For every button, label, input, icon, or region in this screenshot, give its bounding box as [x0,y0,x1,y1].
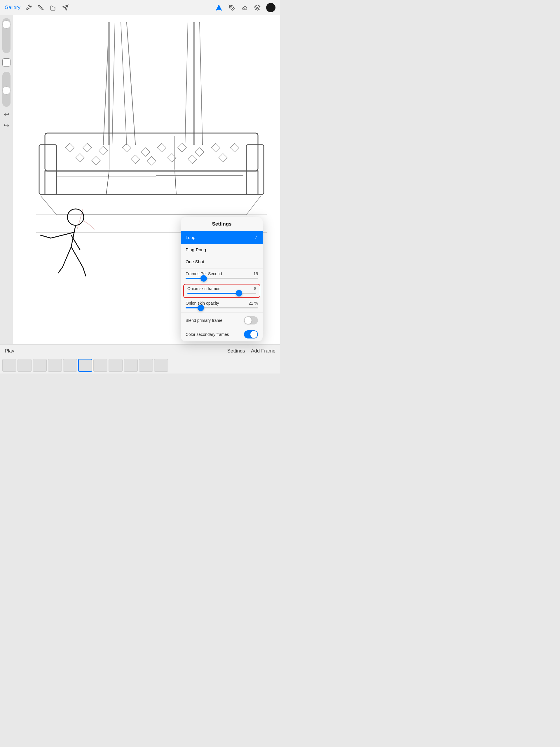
bottom-controls: Play Settings Add Frame [0,344,280,357]
color-secondary-label: Color secondary frames [185,332,229,337]
frame-thumb-1[interactable] [2,359,16,372]
avatar[interactable] [266,3,276,12]
play-button[interactable]: Play [5,348,14,354]
add-frame-button[interactable]: Add Frame [251,348,276,354]
top-toolbar: Gallery [0,0,280,15]
onion-opacity-value: 21 % [249,301,258,306]
settings-popup: Settings Loop ✓ Ping-Pong One Shot Frame… [181,217,263,341]
frame-thumb-8[interactable] [108,359,123,372]
onion-frames-label-row: Onion skin frames 8 [187,286,256,291]
size-slider[interactable] [2,72,10,107]
color-secondary-knob [250,331,257,338]
fps-track[interactable] [185,278,258,279]
frame-thumb-6[interactable] [78,359,92,372]
frame-thumb-10[interactable] [139,359,153,372]
loop-checkmark: ✓ [254,235,258,240]
blend-primary-label: Blend primary frame [185,318,222,323]
frame-thumb-11[interactable] [154,359,168,372]
onion-frames-fill [187,293,239,294]
onion-frames-knob[interactable] [236,290,242,297]
toolbar-left: Gallery [5,3,215,12]
opacity-slider[interactable] [2,18,10,53]
divider-1 [181,268,263,268]
ping-pong-option[interactable]: Ping-Pong [181,243,263,256]
smudge-icon[interactable] [49,3,57,12]
loop-label: Loop [185,235,195,240]
layer-checkbox[interactable] [2,58,10,67]
frame-thumb-9[interactable] [124,359,138,372]
onion-opacity-knob[interactable] [198,305,204,311]
settings-title: Settings [181,217,263,231]
onion-frames-track[interactable] [187,293,256,294]
settings-button[interactable]: Settings [227,348,245,354]
bottom-right-buttons: Settings Add Frame [227,348,276,354]
divider-2 [181,283,263,283]
onion-frames-value: 8 [254,286,256,291]
undo-button[interactable]: ↩ [4,111,9,118]
color-secondary-toggle[interactable] [244,330,258,338]
svg-rect-17 [108,22,110,145]
fps-knob[interactable] [201,275,207,282]
blend-primary-row: Blend primary frame [181,313,263,327]
bottom-bar: Play Settings Add Frame [0,344,280,374]
opacity-slider-knob [2,20,10,29]
loop-option[interactable]: Loop ✓ [181,231,263,243]
svg-rect-18 [193,22,195,145]
onion-frames-row: Onion skin frames 8 [184,284,260,297]
frame-thumb-7[interactable] [93,359,107,372]
layers-icon[interactable] [253,3,261,12]
svg-point-5 [231,7,232,8]
onion-skin-frames-section: Onion skin frames 8 [183,284,260,298]
fps-value: 15 [253,272,258,276]
svg-marker-6 [255,5,260,7]
fps-row: Frames Per Second 15 [181,269,263,282]
onion-opacity-row: Onion skin opacity 21 % [181,299,263,312]
onion-opacity-track[interactable] [185,307,258,308]
ping-pong-label: Ping-Pong [185,247,206,252]
gallery-button[interactable]: Gallery [5,5,20,10]
eraser-icon[interactable] [240,3,249,12]
size-slider-knob [2,86,10,95]
redo-button[interactable]: ↪ [4,123,9,129]
fps-label-row: Frames Per Second 15 [185,272,258,276]
send-icon[interactable] [61,3,70,12]
divider-3 [181,312,263,313]
frames-strip [0,357,280,374]
color-secondary-row: Color secondary frames [181,327,263,341]
one-shot-label: One Shot [185,259,204,264]
one-shot-option[interactable]: One Shot [181,256,263,267]
onion-opacity-label-row: Onion skin opacity 21 % [185,301,258,306]
magic-icon[interactable] [37,3,45,12]
toolbar-right [215,3,276,12]
svg-line-2 [43,9,43,10]
pen-icon[interactable] [215,3,223,12]
blend-primary-knob [245,317,252,324]
onion-frames-label: Onion skin frames [187,286,220,291]
frame-thumb-2[interactable] [18,359,31,372]
wrench-icon[interactable] [25,3,33,12]
frame-thumb-5[interactable] [63,359,77,372]
frame-thumb-4[interactable] [48,359,62,372]
frame-thumb-3[interactable] [33,359,47,372]
blend-primary-toggle[interactable] [244,316,258,325]
left-sidebar: ↩ ↪ [0,15,13,344]
marker-icon[interactable] [228,3,236,12]
